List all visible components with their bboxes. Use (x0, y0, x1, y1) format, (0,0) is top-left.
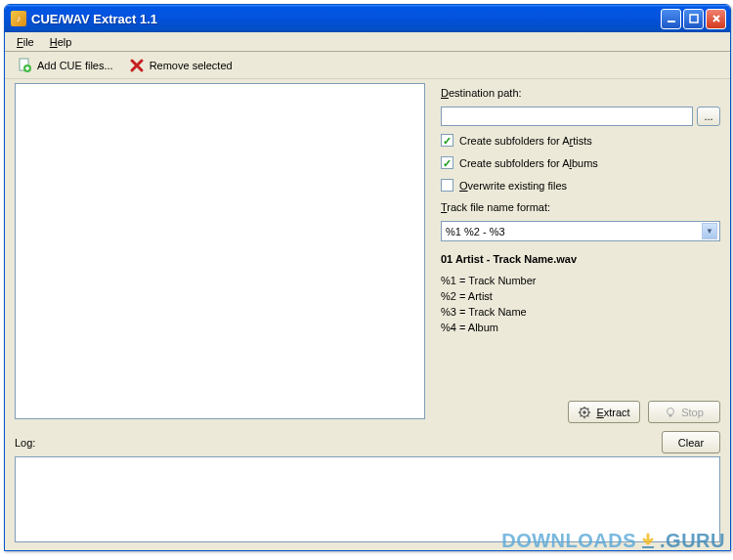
create-albums-row: Create subfolders for Albums (441, 154, 720, 171)
remove-selected-label: Remove selected (150, 60, 233, 71)
format-select[interactable]: %1 %2 - %3 ▼ (441, 221, 720, 241)
minimize-icon (667, 14, 676, 23)
format-value: %1 %2 - %3 (446, 226, 505, 237)
svg-line-12 (581, 415, 582, 416)
stop-button[interactable]: Stop (648, 401, 720, 423)
minimize-button[interactable] (661, 9, 681, 29)
menu-help[interactable]: Help (42, 34, 80, 50)
legend-4: %4 = Album (441, 320, 720, 335)
format-label: Track file name format: (441, 199, 720, 215)
close-button[interactable] (706, 9, 726, 29)
create-albums-label: Create subfolders for Albums (459, 157, 598, 169)
cue-file-list[interactable] (15, 83, 425, 419)
close-icon (711, 14, 721, 23)
create-artists-checkbox[interactable] (441, 134, 453, 147)
overwrite-row: Overwrite existing files (441, 177, 720, 194)
add-cue-button[interactable]: Add CUE files... (11, 55, 119, 76)
stop-label: Stop (681, 407, 704, 418)
action-buttons: Extract Stop (441, 393, 720, 423)
maximize-icon (689, 14, 699, 23)
svg-rect-0 (668, 21, 675, 22)
menu-file[interactable]: File (9, 34, 42, 50)
remove-selected-button[interactable]: Remove selected (123, 55, 238, 76)
svg-rect-1 (690, 15, 698, 22)
format-legend: %1 = Track Number %2 = Artist %3 = Track… (441, 273, 720, 335)
maximize-button[interactable] (683, 9, 704, 29)
create-artists-row: Create subfolders for Artists (441, 132, 720, 149)
overwrite-label: Overwrite existing files (459, 180, 567, 192)
legend-3: %3 = Track Name (441, 304, 720, 320)
window-title: CUE/WAV Extract 1.1 (31, 12, 661, 26)
svg-line-11 (587, 415, 588, 416)
log-label: Log: (15, 437, 35, 449)
page-add-icon (17, 58, 32, 73)
clear-button[interactable]: Clear (662, 431, 720, 453)
destination-row: ... (441, 107, 720, 126)
svg-line-10 (581, 408, 582, 409)
svg-line-13 (587, 408, 588, 409)
add-cue-label: Add CUE files... (37, 60, 113, 71)
log-section: Log: Clear (15, 431, 720, 542)
toolbar: Add CUE files... Remove selected (5, 52, 730, 79)
chevron-down-icon: ▼ (702, 223, 717, 239)
upper-section: Destination path: ... Create subfolders … (15, 83, 720, 423)
log-output[interactable] (15, 456, 720, 542)
x-remove-icon (129, 58, 145, 73)
legend-2: %2 = Artist (441, 288, 720, 304)
log-header: Log: Clear (15, 431, 720, 453)
legend-1: %1 = Track Number (441, 273, 720, 288)
destination-input[interactable] (441, 107, 693, 126)
lightbulb-icon (665, 407, 676, 418)
overwrite-checkbox[interactable] (441, 179, 453, 192)
window-controls (661, 9, 726, 29)
extract-label: Extract (596, 407, 629, 418)
app-icon: ♪ (11, 11, 26, 26)
svg-point-14 (668, 408, 674, 414)
svg-point-5 (583, 410, 587, 414)
browse-button[interactable]: ... (697, 107, 720, 126)
destination-label: Destination path: (441, 85, 720, 101)
options-panel: Destination path: ... Create subfolders … (441, 83, 720, 423)
gear-icon (578, 406, 591, 419)
app-window: ♪ CUE/WAV Extract 1.1 File Help Add CUE … (4, 4, 731, 551)
extract-button[interactable]: Extract (568, 401, 640, 423)
create-artists-label: Create subfolders for Artists (459, 135, 592, 147)
svg-rect-15 (669, 414, 672, 417)
menubar: File Help (5, 32, 730, 52)
format-example: 01 Artist - Track Name.wav (441, 247, 720, 267)
titlebar[interactable]: ♪ CUE/WAV Extract 1.1 (5, 5, 730, 32)
create-albums-checkbox[interactable] (441, 156, 453, 169)
content-area: Destination path: ... Create subfolders … (5, 79, 730, 550)
